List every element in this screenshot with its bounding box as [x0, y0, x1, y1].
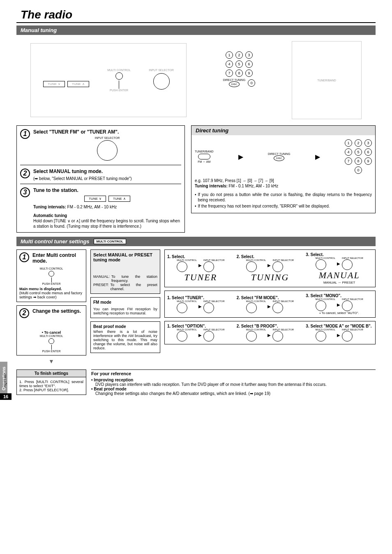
keypad-4[interactable]: 4 — [226, 60, 233, 68]
step-2-icon: 2 — [20, 169, 30, 178]
knob-icon — [342, 259, 353, 270]
display-tuner: TUNER — [167, 272, 234, 283]
knob-icon — [177, 261, 187, 272]
knob-icon — [342, 331, 353, 342]
change-settings-box: 2 Change the settings. • To cancel MULTI… — [16, 305, 86, 355]
device-illustration-row: TUNE ∨ TUNE ∧ MULTI CONTROL PUSH ENTER I… — [16, 41, 376, 119]
page-title: The radio — [16, 8, 376, 21]
change-settings-title: Change the settings. — [32, 308, 83, 314]
flow-arrow-icon: ▶ — [315, 153, 320, 161]
knob-icon — [272, 302, 283, 313]
multi-control-header-bar: Multi control tuner settings MULTI CONTR… — [16, 237, 376, 246]
knob-icon — [246, 261, 257, 272]
knob-icon — [316, 259, 326, 270]
keypad-8[interactable]: 8 — [235, 69, 243, 77]
dt-key-1[interactable]: 1 — [345, 139, 352, 147]
beat-proof-title: Beat proof mode — [93, 324, 157, 329]
fm-mode-select-row: 1. Select "TUNER". MULTI CONTROL ▶ INPUT… — [164, 291, 376, 318]
direct-tuning-example: e.g. 107.9 MHz, Press [1] → [0] → [7] → … — [195, 178, 372, 183]
step-2-note: (➡ below, "Select MANUAL or PRESET tunin… — [33, 176, 181, 181]
knob-icon — [177, 302, 187, 313]
tuning-mode-select-row: 1. Select. MULTI CONTROL ▶ INPUT SELECTO… — [164, 249, 376, 287]
dt-key-9[interactable]: 9 — [364, 157, 372, 165]
knob-icon — [316, 300, 326, 311]
direct-tuning-box: Direct tuning TUNER/BAND FM ↔ AM ▶ DIREC… — [191, 125, 376, 213]
step-1-title: Select "TUNER FM" or "TUNER AM". — [33, 129, 181, 135]
dt-key-6[interactable]: 6 — [364, 148, 372, 156]
to-cancel-label: • To cancel — [19, 330, 83, 335]
knob-icon — [342, 300, 353, 311]
receiver-illustration: TUNE ∨ TUNE ∧ MULTI CONTROL PUSH ENTER I… — [30, 43, 187, 117]
keypad-0[interactable]: 0 — [248, 79, 255, 87]
page-title-bar: The radio — [16, 8, 376, 23]
dt-key-2[interactable]: 2 — [355, 139, 362, 147]
knob-icon — [177, 331, 187, 342]
keypad-6[interactable]: 6 — [245, 60, 253, 68]
dt-key-3[interactable]: 3 — [364, 139, 372, 147]
knob-icon — [272, 331, 283, 342]
reference-box: For your reference • Improving reception… — [91, 369, 376, 396]
display-tuning: TUNING — [237, 272, 304, 283]
keypad-5[interactable]: 5 — [235, 60, 243, 68]
page-number: 16 — [0, 393, 12, 400]
step-3-icon: 3 — [20, 187, 30, 197]
cancel-knob-icon — [48, 338, 54, 344]
direct-tuning-disc-button[interactable]: DISC — [274, 155, 284, 161]
dt-key-8[interactable]: 8 — [355, 157, 362, 165]
multi-control-badge: MULTI CONTROL — [94, 239, 127, 244]
finish-settings-header: To finish settings — [16, 369, 86, 377]
flow-arrow-icon: ▶ — [238, 153, 243, 161]
step-2-title: Select MANUAL tuning mode. — [33, 169, 181, 174]
fm-mode-box: FM mode You can improve FM reception by … — [90, 297, 160, 318]
knob-icon — [246, 302, 257, 313]
down-arrow-icon: ▼ — [16, 358, 86, 365]
knob-icon — [203, 331, 214, 342]
fm-mode-title: FM mode — [93, 300, 157, 305]
remote-keypad-illustration: 1 2 3 4 5 6 7 8 9 DIRECT TUNING DISC 0 — [219, 51, 260, 109]
keypad-2[interactable]: 2 — [235, 51, 243, 59]
tuner-band-button[interactable] — [198, 154, 210, 159]
display-manual: MANUAL — [306, 270, 373, 281]
beat-proof-box: Beat proof mode When there is a lot of n… — [90, 321, 160, 353]
input-selector-knob-icon — [97, 140, 118, 161]
dt-key-0[interactable]: 0 — [355, 166, 362, 174]
document-code: RQT7487 — [3, 373, 7, 388]
tune-up-button[interactable]: TUNE ∧ — [108, 196, 130, 202]
knob-icon — [203, 261, 214, 272]
dt-key-4[interactable]: 4 — [345, 148, 352, 156]
direct-tuning-header: Direct tuning — [191, 126, 375, 135]
reference-title: For your reference — [91, 369, 376, 376]
keypad-1[interactable]: 1 — [226, 51, 233, 59]
knob-icon — [272, 261, 283, 272]
knob-icon — [246, 331, 257, 342]
multi-control-knob-icon — [48, 271, 54, 277]
enter-multi-box: 1 Enter Multi control mode. MULTI CONTRO… — [16, 249, 86, 302]
manual-preset-box: Select MANUAL or PRESET tuning mode MANU… — [90, 249, 160, 294]
manual-steps-box: 1 Select "TUNER FM" or "TUNER AM". INPUT… — [16, 125, 185, 233]
beat-proof-select-row: 1. Select "OPTION". MULTI CONTROL ▶ INPU… — [164, 321, 376, 344]
dt-key-5[interactable]: 5 — [355, 148, 362, 156]
keypad-7[interactable]: 7 — [226, 69, 233, 77]
tune-down-button[interactable]: TUNE ∨ — [84, 196, 106, 202]
dt-key-7[interactable]: 7 — [345, 157, 352, 165]
disc-button[interactable]: DISC — [229, 81, 240, 87]
knob-icon — [203, 302, 214, 313]
remote-illustration: TUNER/BAND — [292, 41, 362, 119]
manual-preset-title: Select MANUAL or PRESET tuning mode — [93, 252, 157, 262]
multi-control-header: Multi control tuner settings — [21, 238, 90, 245]
keypad-3[interactable]: 3 — [245, 51, 253, 59]
step-1-icon: 1 — [20, 129, 30, 139]
step-3-title: Tune to the station. — [33, 187, 181, 193]
keypad-9[interactable]: 9 — [245, 69, 253, 77]
knob-icon — [316, 331, 326, 342]
multi-step-1-icon: 1 — [19, 252, 29, 262]
finish-settings-body: 1. Press [MULTI CONTROL] several times t… — [16, 377, 86, 395]
multi-step-2-icon: 2 — [19, 308, 29, 318]
section-manual-tuning: Manual tuning — [16, 25, 376, 35]
enter-multi-title: Enter Multi control mode. — [32, 252, 83, 264]
